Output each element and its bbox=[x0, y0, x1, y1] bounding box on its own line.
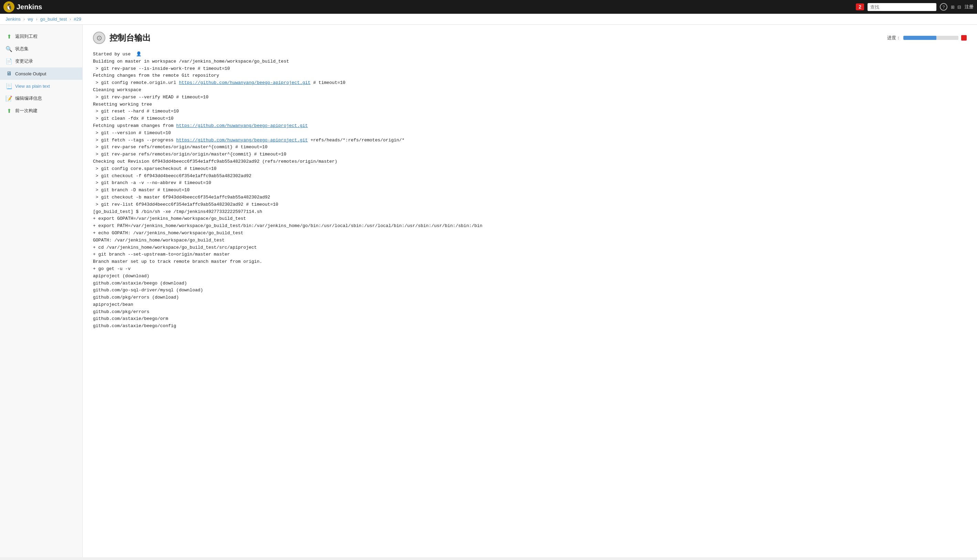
progress-area: 进度： bbox=[887, 35, 967, 41]
plain-text-icon: 📃 bbox=[5, 83, 12, 90]
stop-build-button[interactable] bbox=[961, 35, 967, 41]
breadcrumb-sep-1: › bbox=[23, 17, 25, 22]
sidebar-item-status[interactable]: 🔍 状态集 bbox=[0, 43, 82, 55]
sidebar-label-back: 返回到工程 bbox=[15, 33, 38, 40]
sidebar-item-console-output[interactable]: 🖥 Console Output bbox=[0, 67, 82, 80]
progress-bar-fill bbox=[904, 36, 936, 40]
sidebar-label-edit: 编辑编译信息 bbox=[15, 95, 42, 102]
progress-label: 进度： bbox=[887, 35, 900, 41]
breadcrumb-wy[interactable]: wy bbox=[28, 17, 33, 22]
page-header: ⊙ 控制台输出 进度： bbox=[93, 32, 967, 44]
link-fetch[interactable]: https://github.com/huwanyang/beego-apipr… bbox=[176, 138, 308, 143]
link-upstream[interactable]: https://github.com/huwanyang/beego-apipr… bbox=[176, 123, 308, 128]
link-git-config[interactable]: https://github.com/huwanyang/beego-apipr… bbox=[179, 80, 311, 85]
search-icon: 🔍 bbox=[5, 45, 12, 52]
breadcrumb-build-number[interactable]: #29 bbox=[73, 17, 81, 22]
console-output: Started by use 👤 Building on master in w… bbox=[93, 51, 967, 330]
sidebar-item-prev-build[interactable]: ⬆ 前一次构建 bbox=[0, 105, 82, 117]
jenkins-logo: 🐧 bbox=[3, 2, 15, 12]
page-title-icon: ⊙ bbox=[93, 32, 105, 44]
breadcrumb-sep-2: › bbox=[36, 17, 37, 22]
content-area: ⊙ 控制台输出 进度： Started by use 👤 Building on… bbox=[83, 25, 977, 557]
help-icon[interactable]: ? bbox=[940, 3, 947, 11]
logo: 🐧 Jenkins bbox=[3, 2, 42, 12]
sidebar-label-console: Console Output bbox=[15, 71, 46, 77]
main-layout: ⬆ 返回到工程 🔍 状态集 📄 变更记录 🖥 Console Output 📃 … bbox=[0, 25, 977, 557]
list-icon[interactable]: ⊟ bbox=[957, 5, 961, 10]
topbar: 🐧 Jenkins 2 ? ⊞ ⊟ 注册 bbox=[0, 0, 977, 14]
prev-build-icon: ⬆ bbox=[5, 107, 12, 114]
app-title: Jenkins bbox=[17, 3, 42, 11]
search-input[interactable] bbox=[868, 3, 936, 11]
edit-icon: 📝 bbox=[5, 95, 12, 102]
breadcrumb-jenkins[interactable]: Jenkins bbox=[5, 17, 21, 22]
sidebar: ⬆ 返回到工程 🔍 状态集 📄 变更记录 🖥 Console Output 📃 … bbox=[0, 25, 83, 557]
changelog-icon: 📄 bbox=[5, 58, 12, 65]
sidebar-item-back-to-project[interactable]: ⬆ 返回到工程 bbox=[0, 30, 82, 43]
sidebar-item-edit-build-info[interactable]: 📝 编辑编译信息 bbox=[0, 92, 82, 105]
sidebar-label-changelog: 变更记录 bbox=[15, 58, 33, 64]
signup-button[interactable]: 注册 bbox=[965, 4, 974, 10]
breadcrumb: Jenkins › wy › go_build_test › #29 bbox=[0, 14, 977, 25]
progress-bar-container bbox=[904, 36, 959, 40]
console-line-1: Started by use 👤 Building on master in w… bbox=[93, 52, 482, 328]
back-icon: ⬆ bbox=[5, 33, 12, 40]
page-title: 控制台输出 bbox=[109, 32, 151, 43]
page-title-area: ⊙ 控制台输出 bbox=[93, 32, 151, 44]
sidebar-item-view-plain-text[interactable]: 📃 View as plain text bbox=[0, 80, 82, 92]
breadcrumb-sep-3: › bbox=[70, 17, 71, 22]
grid-icon[interactable]: ⊞ bbox=[951, 5, 955, 10]
sidebar-link-plain-text[interactable]: View as plain text bbox=[15, 83, 50, 89]
sidebar-item-changelog[interactable]: 📄 变更记录 bbox=[0, 55, 82, 67]
sidebar-label-prev: 前一次构建 bbox=[15, 108, 38, 114]
breadcrumb-go-build-test[interactable]: go_build_test bbox=[40, 17, 67, 22]
sidebar-label-status: 状态集 bbox=[15, 46, 28, 52]
console-icon: 🖥 bbox=[5, 70, 12, 77]
notification-badge[interactable]: 2 bbox=[856, 3, 864, 10]
nav-icons: ⊞ ⊟ bbox=[951, 5, 961, 10]
